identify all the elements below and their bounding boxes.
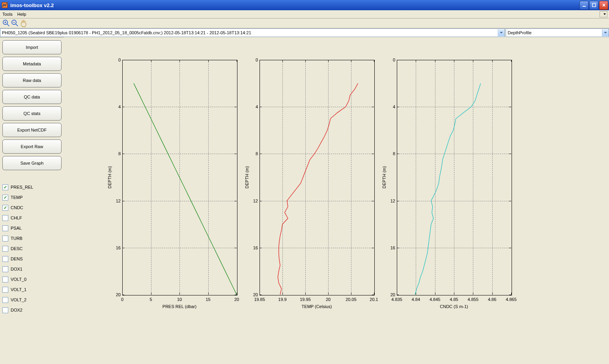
variable-list: PRES_RELTEMPCNDCCHLFPSALTURBDESCDENSDOX1…: [2, 183, 62, 316]
variable-label: TURB: [11, 236, 22, 241]
checkbox-desc[interactable]: [2, 246, 8, 252]
variable-label: PSAL: [11, 226, 22, 230]
checkbox-volt_0[interactable]: [2, 277, 8, 282]
view-dropdown[interactable]: DepthProfile: [506, 28, 609, 37]
chart-temp: DEPTH (m)TEMP (Celsius)04812162019.8519.…: [236, 37, 390, 318]
svg-line-8: [16, 24, 18, 26]
variable-row-volt_1: VOLT_1: [2, 285, 62, 294]
metadata-button[interactable]: Metadata: [2, 57, 62, 71]
variable-row-chlf: CHLF: [2, 214, 62, 222]
variable-label: VOLT_0: [11, 277, 26, 282]
menubar: Tools Help: [0, 10, 609, 19]
data-line-temp: [236, 37, 390, 318]
variable-label: DESC: [11, 246, 23, 251]
export-netcdf-button[interactable]: Export NetCDF: [2, 123, 62, 137]
svg-rect-2: [592, 4, 596, 7]
checkbox-cndc[interactable]: [2, 205, 8, 211]
qc-stats-button[interactable]: QC stats: [2, 106, 62, 121]
save-graph-button[interactable]: Save Graph: [2, 156, 62, 170]
menu-help[interactable]: Help: [17, 12, 26, 17]
checkbox-psal[interactable]: [2, 225, 8, 231]
selector-bar: PH050_1205 (Seabird SBE19plus 01906178 -…: [0, 28, 609, 37]
toolbar: [0, 19, 609, 28]
app-icon: [2, 2, 8, 8]
titlebar: imos-toolbox v2.2: [0, 0, 609, 10]
variable-row-dox2: DOX2: [2, 306, 62, 314]
svg-line-4: [7, 24, 9, 26]
variable-row-volt_0: VOLT_0: [2, 275, 62, 284]
menu-tools[interactable]: Tools: [2, 12, 13, 17]
main-body: ImportMetadataRaw dataQC dataQC statsExp…: [0, 37, 609, 364]
svg-rect-1: [583, 6, 586, 7]
variable-label: CNDC: [11, 205, 23, 210]
qc-data-button[interactable]: QC data: [2, 90, 62, 104]
checkbox-volt_1[interactable]: [2, 287, 8, 293]
variable-label: DOX2: [11, 308, 22, 312]
data-line-pres: [99, 37, 252, 318]
variable-row-pres_rel: PRES_REL: [2, 183, 62, 191]
variable-label: TEMP: [11, 195, 23, 200]
variable-label: VOLT_2: [11, 297, 26, 302]
checkbox-chlf[interactable]: [2, 215, 8, 221]
chart-cndc: DEPTH (m)CNDC (S m-1)0481216204.8354.844…: [373, 37, 527, 318]
view-dropdown-text: DepthProfile: [506, 30, 602, 35]
window-buttons: [579, 1, 609, 10]
variable-row-volt_2: VOLT_2: [2, 295, 62, 304]
chevron-down-icon: [602, 29, 609, 36]
checkbox-pres_rel[interactable]: [2, 184, 8, 190]
checkbox-dox1[interactable]: [2, 266, 8, 272]
side-panel: ImportMetadataRaw dataQC dataQC statsExp…: [0, 37, 64, 364]
chevron-down-icon: [498, 29, 504, 36]
variable-row-desc: DESC: [2, 244, 62, 253]
variable-row-temp: TEMP: [2, 193, 62, 202]
variable-label: PRES_REL: [11, 185, 33, 189]
checkbox-dens[interactable]: [2, 256, 8, 262]
minimize-button[interactable]: [579, 1, 588, 10]
pan-icon[interactable]: [20, 19, 28, 27]
variable-row-psal: PSAL: [2, 224, 62, 232]
window-title: imos-toolbox v2.2: [10, 2, 579, 8]
plot-area: DEPTH (m)PRES REL (dbar)0481216200510152…: [64, 37, 609, 364]
zoom-in-icon[interactable]: [2, 19, 10, 27]
menubar-overflow-icon[interactable]: [600, 11, 607, 17]
variable-row-dox1: DOX1: [2, 265, 62, 273]
maximize-button[interactable]: [589, 1, 598, 10]
checkbox-dox2[interactable]: [2, 307, 8, 313]
checkbox-temp[interactable]: [2, 195, 8, 201]
export-raw-button[interactable]: Export Raw: [2, 139, 62, 154]
zoom-out-icon[interactable]: [11, 19, 19, 27]
variable-label: DOX1: [11, 267, 22, 271]
close-button[interactable]: [599, 1, 608, 10]
data-line-cndc: [373, 37, 527, 318]
dataset-dropdown-text: PH050_1205 (Seabird SBE19plus 01906178 -…: [0, 30, 498, 35]
chart-pres: DEPTH (m)PRES REL (dbar)0481216200510152…: [99, 37, 252, 318]
dataset-dropdown[interactable]: PH050_1205 (Seabird SBE19plus 01906178 -…: [0, 28, 505, 37]
checkbox-volt_2[interactable]: [2, 297, 8, 303]
variable-row-dens: DENS: [2, 254, 62, 263]
variable-label: DENS: [11, 256, 23, 261]
variable-row-turb: TURB: [2, 234, 62, 243]
variable-label: CHLF: [11, 215, 22, 220]
import-button[interactable]: Import: [2, 40, 62, 54]
variable-row-cndc: CNDC: [2, 203, 62, 212]
raw-data-button[interactable]: Raw data: [2, 73, 62, 87]
checkbox-turb[interactable]: [2, 236, 8, 241]
variable-label: VOLT_1: [11, 287, 26, 292]
